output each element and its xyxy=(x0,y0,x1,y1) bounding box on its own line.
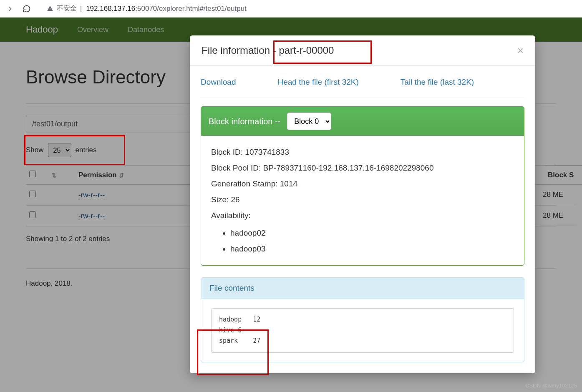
block-pool-label: Block Pool ID: xyxy=(211,163,263,172)
size-label: Size: xyxy=(211,195,231,204)
availability-item: hadoop02 xyxy=(230,225,514,241)
block-info-label: Block information -- xyxy=(209,117,280,126)
head-file-link[interactable]: Head the file (first 32K) xyxy=(278,78,359,87)
block-pool-id: BP-789371160-192.168.137.16-169820229806… xyxy=(263,163,434,172)
gen-stamp-label: Generation Stamp: xyxy=(211,179,280,188)
file-contents-label: File contents xyxy=(201,278,524,299)
availability-list: hadoop02 hadoop03 xyxy=(230,225,514,257)
file-info-modal: File information - part-r-00000 × Downlo… xyxy=(190,35,535,373)
close-icon[interactable]: × xyxy=(517,45,524,56)
modal-actions: Download Head the file (first 32K) Tail … xyxy=(201,74,524,98)
reload-button[interactable] xyxy=(23,5,31,13)
modal-header: File information - part-r-00000 × xyxy=(190,35,535,66)
availability-item: hadoop03 xyxy=(230,241,514,257)
block-info-header: Block information -- Block 0 xyxy=(201,107,524,136)
file-contents: hadoop 12 hive 6 spark 27 xyxy=(211,308,514,353)
block-info-panel: Block information -- Block 0 Block ID: 1… xyxy=(201,106,524,266)
watermark: CSDN @wmy102125 xyxy=(525,382,577,389)
download-link[interactable]: Download xyxy=(201,78,236,87)
gen-stamp: 1014 xyxy=(280,179,297,188)
block-select[interactable]: Block 0 xyxy=(287,113,331,130)
address-bar[interactable]: 不安全 | 192.168.137.16:50070/explorer.html… xyxy=(39,4,576,13)
security-indicator[interactable]: 不安全 | xyxy=(47,4,82,13)
tail-file-link[interactable]: Tail the file (last 32K) xyxy=(401,78,474,87)
modal-title: File information - part-r-00000 xyxy=(202,45,334,56)
url-text: 192.168.137.16:50070/explorer.html#/test… xyxy=(86,5,247,13)
not-secure-label: 不安全 xyxy=(57,4,77,13)
size-value: 26 xyxy=(231,195,240,204)
block-id: 1073741833 xyxy=(245,148,289,156)
block-id-label: Block ID: xyxy=(211,148,245,156)
forward-button[interactable] xyxy=(6,5,14,13)
availability-label: Availability: xyxy=(211,211,251,220)
warning-icon xyxy=(47,5,53,12)
file-contents-panel: File contents hadoop 12 hive 6 spark 27 xyxy=(201,277,524,362)
browser-chrome: 不安全 | 192.168.137.16:50070/explorer.html… xyxy=(0,0,582,18)
block-info-body: Block ID: 1073741833 Block Pool ID: BP-7… xyxy=(201,136,524,265)
